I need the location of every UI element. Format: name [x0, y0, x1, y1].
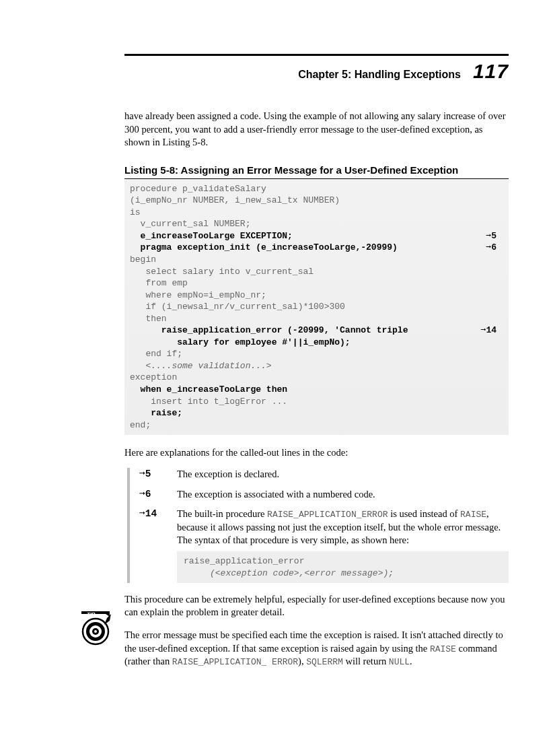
- callout-item: ➞5 The exception is declared.: [139, 468, 509, 481]
- inline-code: RAISE: [460, 510, 486, 520]
- intro-paragraph: have already been assigned a code. Using…: [124, 110, 509, 149]
- inline-code: RAISE: [430, 644, 456, 654]
- t: is used instead of: [388, 508, 461, 519]
- callout-text: The exception is associated with a numbe…: [177, 488, 509, 502]
- code-listing: procedure p_validateSalary(i_empNo_nr NU…: [124, 179, 509, 435]
- page-number: 117: [473, 60, 509, 83]
- page-header: Chapter 5: Handling Exceptions 117: [124, 60, 509, 83]
- final-paragraph: The error message must be specified each…: [124, 629, 509, 668]
- syntax-example: raise_application_error (<exception code…: [177, 551, 509, 583]
- inline-code: RAISE_APPLICATION_ERROR: [267, 510, 388, 520]
- callout-list: ➞5 The exception is declared. ➞6 The exc…: [127, 468, 509, 583]
- callout-marker: ➞5: [139, 468, 165, 481]
- inline-code: SQLERRM: [306, 657, 343, 667]
- inline-code: NULL: [389, 657, 410, 667]
- callout-text: The built-in procedure RAISE_APPLICATION…: [177, 508, 509, 583]
- t: ),: [298, 656, 306, 666]
- callout-marker: ➞14: [139, 508, 165, 583]
- svg-point-5: [94, 630, 97, 633]
- listing-title: Listing 5-8: Assigning an Error Message …: [124, 164, 509, 179]
- callout-item: ➞6 The exception is associated with a nu…: [139, 488, 509, 502]
- svg-text:TIP: TIP: [87, 611, 96, 617]
- callout-item: ➞14 The built-in procedure RAISE_APPLICA…: [139, 508, 509, 583]
- inline-code: RAISE_APPLICATION_ ERROR: [172, 657, 298, 667]
- t: .: [410, 656, 412, 666]
- tip-icon: TIP: [77, 610, 114, 646]
- syntax-line: raise_application_error: [184, 556, 304, 566]
- tip-paragraph: This procedure can be extremely helpful,…: [124, 593, 509, 619]
- header-rule: [124, 54, 509, 56]
- t: The built-in procedure: [177, 508, 267, 519]
- t: will return: [343, 656, 389, 666]
- chapter-title: Chapter 5: Handling Exceptions: [298, 69, 461, 81]
- callout-text: The exception is declared.: [177, 468, 509, 481]
- syntax-line: (<exception code>,<error message>);: [184, 568, 394, 578]
- callout-marker: ➞6: [139, 488, 165, 502]
- explanation-intro: Here are explanations for the called-out…: [124, 447, 509, 458]
